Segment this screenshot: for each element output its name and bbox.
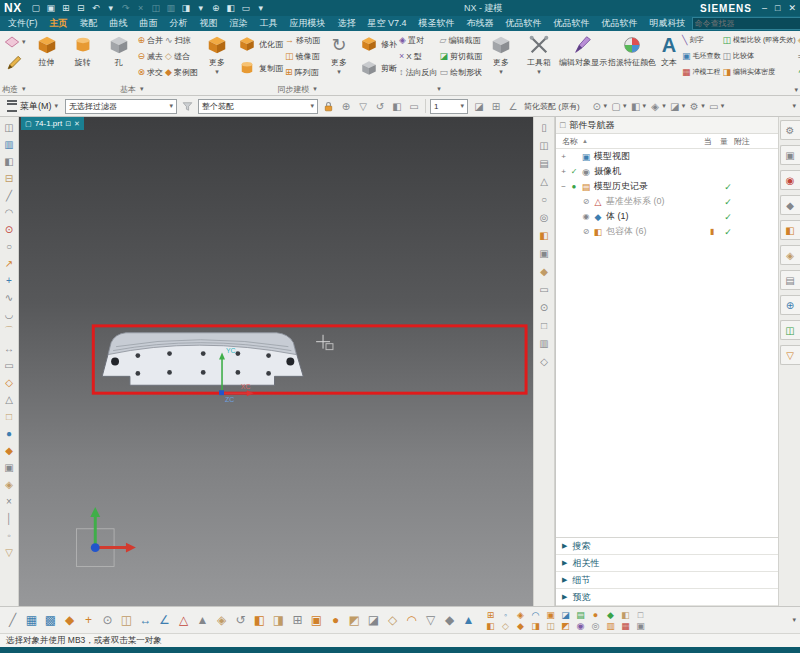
new-icon[interactable]: ▢ (30, 2, 42, 14)
toolbox-button[interactable]: 工具箱▾ (522, 32, 556, 76)
mini-pad-icon[interactable]: ◆ (513, 620, 528, 631)
mini-blend-icon[interactable]: ◆ (603, 609, 618, 620)
extend-icon[interactable]: ↔ (2, 341, 17, 355)
unite-button[interactable]: ⊕合并 (138, 32, 164, 48)
more-commands-icon[interactable]: ▾ (255, 2, 267, 14)
mini-pocket-icon[interactable]: ▣ (543, 609, 558, 620)
group-footer[interactable]: ▾ (360, 83, 518, 95)
plus-icon[interactable]: + (2, 273, 17, 287)
polygon-icon[interactable]: ◇ (2, 375, 17, 389)
part-tab[interactable]: ▢ 74-1.prt ⊡ ✕ (21, 117, 84, 130)
draft-icon[interactable]: ◩ (346, 612, 363, 629)
part-model[interactable] (102, 333, 303, 385)
mirror-body-icon[interactable]: ▲ (460, 612, 477, 629)
copy-face-icon[interactable]: ◧ (2, 154, 17, 168)
ribbon-tab[interactable]: 主页 (44, 16, 74, 31)
mini-draft-icon[interactable]: ◩ (558, 620, 573, 631)
ribbon-overflow-caret[interactable]: ▾ (794, 86, 798, 94)
pocket-icon[interactable]: ▣ (308, 612, 325, 629)
axis-icon[interactable]: │ (2, 511, 17, 525)
copy-display-icon[interactable]: ◧ (225, 2, 237, 14)
block-icon[interactable]: ◫ (118, 612, 135, 629)
tree-row[interactable]: + ▣ 模型视图 (556, 149, 778, 164)
solid-icon[interactable]: ◆ (2, 443, 17, 457)
draw-shape-button[interactable]: ▭绘制形状 (439, 64, 482, 80)
tree-row[interactable]: ⊘ △ 基准坐标系 (0) ✓ (556, 194, 778, 209)
sketch-plane-button[interactable]: ▾ (2, 32, 26, 52)
frame-icon[interactable]: □ (537, 318, 552, 332)
copy-icon[interactable]: ◫ (150, 2, 162, 14)
triangle-icon[interactable]: △ (2, 392, 17, 406)
touch-mode-icon[interactable]: ⊕ (210, 2, 222, 14)
mini-grid-icon[interactable]: ▥ (603, 620, 618, 631)
ribbon-tab[interactable]: 优品软件 (596, 16, 644, 31)
tree-row[interactable]: + ✓ ◉ 摄像机 (556, 164, 778, 179)
mini-boss-icon[interactable]: ● (588, 609, 603, 620)
sweep-button[interactable]: ∿扫掠 (165, 32, 198, 48)
mini-point-icon[interactable]: ◦ (498, 609, 513, 620)
graphics-window[interactable]: ▢ 74-1.prt ⊡ ✕ (19, 117, 533, 606)
blank-count-button[interactable]: ▣毛坯查数 (682, 48, 721, 64)
emboss-icon[interactable]: ◈ (213, 612, 230, 629)
ribbon-tab[interactable]: 选择 (332, 16, 362, 31)
trim-icon[interactable]: ◪ (365, 612, 382, 629)
column-qty[interactable]: 量 (716, 136, 732, 147)
datum-plane-icon[interactable]: ▭ (407, 99, 421, 113)
tree-expander[interactable]: + (559, 167, 568, 176)
minimize-button[interactable]: – (762, 3, 767, 13)
mini-sew-icon[interactable]: ◇ (498, 620, 513, 631)
reverse-normal-button[interactable]: ↕法向反向 (399, 64, 438, 80)
clipboard-icon[interactable]: ▥ (2, 137, 17, 151)
navigator-section[interactable]: ▶ 细节 (556, 572, 778, 589)
optimize-face-button[interactable]: 优化面 (238, 32, 283, 56)
box-icon[interactable]: □ (2, 409, 17, 423)
mini-split-icon[interactable]: ◨ (528, 620, 543, 631)
column-note[interactable]: 附注 (732, 136, 776, 147)
rectangle-icon[interactable]: ▭ (2, 358, 17, 372)
line-icon[interactable]: ╱ (2, 188, 17, 202)
mini-face-icon[interactable]: ◧ (618, 609, 633, 620)
patch-button[interactable]: 修补 (360, 32, 397, 56)
mini-die-icon[interactable]: ▦ (618, 620, 633, 631)
group-footer[interactable]: 基本▾ (30, 83, 234, 95)
group-footer[interactable]: 同步建模▾ (238, 83, 356, 95)
mini-ring-icon[interactable]: ◎ (588, 620, 603, 631)
selection-filter-combo[interactable]: 无选择过滤器▾ (65, 99, 177, 114)
patch-more-button[interactable]: 更多▾ (484, 32, 518, 76)
mini-pattern-icon[interactable]: ⊞ (483, 609, 498, 620)
hole-button[interactable]: 孔 (102, 32, 136, 68)
tree-row[interactable]: ◉ ◆ 体 (1) ✓ (556, 209, 778, 224)
mini-frame-icon[interactable]: □ (633, 609, 648, 620)
lock-icon[interactable] (322, 100, 335, 113)
ribbon-tab[interactable]: 装配 (74, 16, 104, 31)
sync-more-button[interactable]: ↻ 更多▾ (322, 32, 356, 76)
save-icon[interactable]: ⊞ (60, 2, 72, 14)
cone-tool-icon[interactable]: △ (537, 174, 552, 188)
plate-icon[interactable]: ▭ (537, 282, 552, 296)
assign-feature-color-button[interactable]: 指派特征颜色 (608, 32, 656, 68)
case-drawing-button[interactable]: ◆案例图 (165, 64, 198, 80)
snap-point-icon[interactable]: ⊕ (339, 99, 353, 113)
close-button[interactable]: ✕ (788, 3, 796, 13)
ribbon-tab[interactable]: 明威科技 (644, 16, 692, 31)
angle-icon[interactable]: ∠ (156, 612, 173, 629)
save-as-icon[interactable]: ⊟ (75, 2, 87, 14)
view-layout-icon[interactable]: ⊞ (489, 99, 503, 113)
group-footer[interactable]: 构造▾ (2, 83, 26, 95)
open-icon[interactable]: ▣ (45, 2, 57, 14)
show-hide-icon[interactable]: ◧ (390, 99, 404, 113)
edit-section-button[interactable]: ▱编辑截面 (439, 32, 482, 48)
shell-icon[interactable]: ◧ (251, 612, 268, 629)
solid-tool-icon[interactable]: ◆ (537, 264, 552, 278)
mini-shell-icon[interactable]: ◧ (483, 620, 498, 631)
panel-icon[interactable]: ▣ (537, 246, 552, 260)
menu-button[interactable]: 菜单(M)▾ (4, 100, 61, 113)
move-face-button[interactable]: →移动面 (285, 32, 320, 48)
basic-more-button[interactable]: 更多▾ (200, 32, 234, 76)
ribbon-tab[interactable]: 工具 (254, 16, 284, 31)
window-icon[interactable]: ▭ (240, 2, 252, 14)
command-search-input[interactable] (692, 17, 800, 30)
navigator-section[interactable]: ▶ 预览 (556, 589, 778, 606)
ribbon-tab[interactable]: 应用模块 (284, 16, 332, 31)
selection-filter-icon[interactable]: ▽ (356, 99, 370, 113)
